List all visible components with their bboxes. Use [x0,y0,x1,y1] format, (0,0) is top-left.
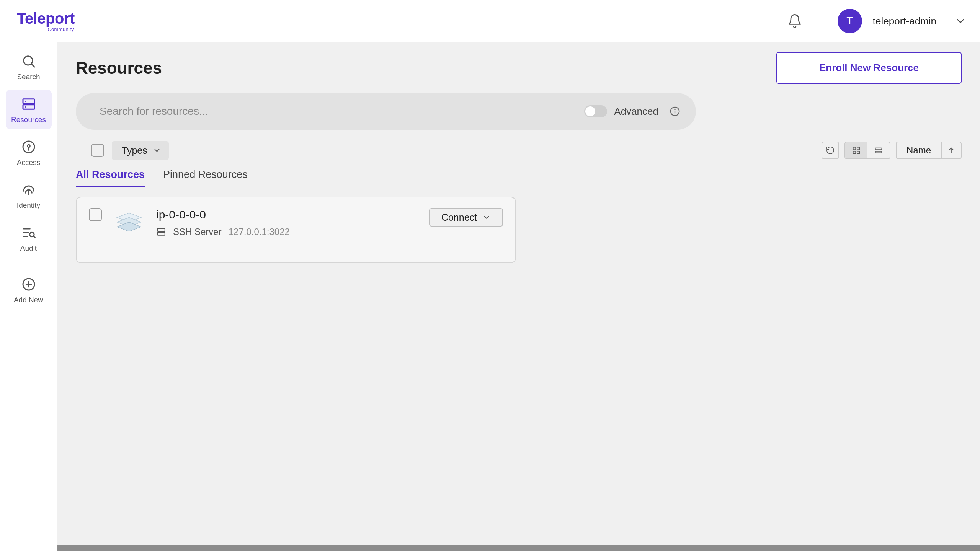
server-stack-icon [114,208,144,238]
plus-circle-icon [21,277,36,292]
top-bar: Teleport Community T teleport-admin [0,0,980,42]
refresh-icon [826,146,835,155]
footer-bar [57,545,980,551]
sort-direction-button[interactable] [941,142,961,158]
sort-field-button[interactable]: Name [897,142,941,158]
types-filter-button[interactable]: Types [112,141,169,160]
enroll-new-resource-button[interactable]: Enroll New Resource [776,52,962,84]
resource-search-bar: Advanced [76,93,696,130]
search-separator [572,99,572,124]
svg-point-19 [675,109,675,109]
sidebar-item-access[interactable]: Access [6,132,52,172]
list-search-icon [21,225,36,240]
resource-card[interactable]: ip-0-0-0-0 SSH Server 127.0.0.1:3022 Con… [76,197,516,263]
sort-group: Name [896,142,962,159]
sidebar-item-audit[interactable]: Audit [6,218,52,258]
logo-text: Teleport [17,11,75,26]
svg-rect-31 [157,232,165,235]
svg-rect-30 [157,228,165,231]
svg-rect-23 [857,151,859,153]
svg-rect-20 [853,147,856,150]
svg-rect-24 [875,148,882,150]
tab-all-resources[interactable]: All Resources [76,169,145,187]
sidebar-item-label: Access [17,158,40,167]
resource-checkbox[interactable] [89,208,102,221]
sidebar-item-label: Audit [20,244,37,253]
server-icon [21,96,36,112]
refresh-button[interactable] [822,142,839,159]
avatar-initial: T [846,15,853,27]
resource-search-input[interactable] [99,105,559,118]
sidebar-divider [6,264,52,264]
resource-address: 127.0.0.1:3022 [229,227,290,237]
search-icon [21,54,36,69]
logo[interactable]: Teleport Community [17,11,75,32]
grid-view-button[interactable] [845,142,867,158]
bell-icon [787,13,802,29]
sidebar-item-resources[interactable]: Resources [6,90,52,129]
avatar: T [838,9,862,33]
svg-rect-25 [875,151,882,153]
grid-icon [852,146,861,155]
sidebar-item-label: Identity [17,201,40,210]
page-title: Resources [76,59,162,78]
main-content: Resources Enroll New Resource Advanced T… [57,42,980,551]
sidebar-item-identity[interactable]: Identity [6,175,52,215]
sidebar-item-search[interactable]: Search [6,47,52,86]
svg-line-13 [34,236,35,238]
notifications-button[interactable] [786,12,804,30]
connect-button-label: Connect [441,212,477,223]
svg-rect-21 [857,147,859,150]
resource-name: ip-0-0-0-0 [156,208,429,221]
svg-line-1 [31,64,34,67]
resource-kind: SSH Server [173,227,222,237]
logo-edition: Community [47,27,74,32]
svg-rect-2 [23,99,34,104]
advanced-search-label: Advanced [614,106,658,117]
fingerprint-icon [21,182,36,197]
advanced-search-toggle[interactable] [584,105,607,117]
username: teleport-admin [873,15,936,27]
server-small-icon [156,227,166,237]
info-icon[interactable] [669,106,681,117]
connect-button[interactable]: Connect [429,208,503,227]
list-icon [874,146,883,155]
svg-rect-22 [853,151,856,153]
svg-rect-3 [23,105,34,109]
sidebar-item-label: Search [17,73,40,81]
chevron-down-icon [482,213,491,222]
chevron-down-icon [153,146,161,155]
user-menu[interactable]: T teleport-admin [838,9,966,33]
view-mode-group [844,142,890,159]
sidebar: Search Resources Access [0,42,57,551]
select-all-checkbox[interactable] [91,144,104,157]
arrow-up-icon [947,146,956,155]
sidebar-item-label: Add New [14,296,43,304]
sidebar-item-add-new[interactable]: Add New [6,270,52,310]
sidebar-item-label: Resources [11,116,46,124]
list-view-button[interactable] [867,142,890,158]
resource-tabs: All Resources Pinned Resources [76,169,962,187]
lock-icon [21,139,36,155]
tab-pinned-resources[interactable]: Pinned Resources [163,169,248,187]
types-filter-label: Types [122,145,147,156]
chevron-down-icon [955,15,966,27]
